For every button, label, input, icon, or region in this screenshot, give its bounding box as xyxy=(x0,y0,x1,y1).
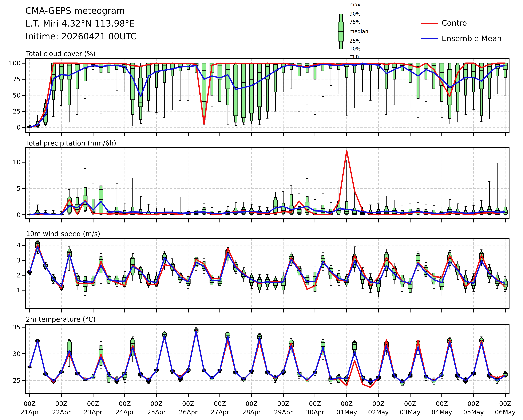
svg-text:3: 3 xyxy=(17,257,21,264)
panel-1-plot: 0510 xyxy=(13,148,509,222)
svg-text:30Apr: 30Apr xyxy=(306,409,324,416)
svg-text:50: 50 xyxy=(13,92,21,99)
svg-text:00Z: 00Z xyxy=(55,400,67,407)
svg-text:2: 2 xyxy=(17,272,21,279)
svg-text:5: 5 xyxy=(17,185,21,192)
svg-text:24Apr: 24Apr xyxy=(115,409,134,416)
svg-text:100: 100 xyxy=(9,60,21,67)
svg-text:35: 35 xyxy=(13,324,21,331)
svg-text:4: 4 xyxy=(17,242,21,249)
svg-text:10: 10 xyxy=(13,158,21,166)
svg-text:00Z: 00Z xyxy=(87,400,99,407)
x-axis-labels: 00Z21Apr00Z22Apr00Z23Apr00Z24Apr00Z25Apr… xyxy=(20,400,515,416)
svg-text:00Z: 00Z xyxy=(341,400,353,407)
svg-text:0: 0 xyxy=(17,211,21,218)
svg-text:01May: 01May xyxy=(336,409,357,416)
svg-text:00Z: 00Z xyxy=(245,400,258,407)
svg-text:25: 25 xyxy=(13,377,21,384)
svg-text:23Apr: 23Apr xyxy=(84,409,102,416)
svg-text:00Z: 00Z xyxy=(309,400,321,407)
svg-text:0: 0 xyxy=(17,124,21,131)
svg-text:75: 75 xyxy=(13,76,21,83)
svg-text:1: 1 xyxy=(17,286,21,294)
svg-text:00Z: 00Z xyxy=(214,400,226,407)
panel-0-plot: 0255075100 xyxy=(9,58,509,136)
svg-text:00Z: 00Z xyxy=(372,400,384,407)
svg-text:00Z: 00Z xyxy=(150,400,163,407)
svg-text:03May: 03May xyxy=(400,409,420,416)
svg-text:27Apr: 27Apr xyxy=(211,409,229,416)
svg-text:00Z: 00Z xyxy=(436,400,448,407)
svg-text:26Apr: 26Apr xyxy=(179,409,198,416)
svg-text:21Apr: 21Apr xyxy=(20,409,39,416)
svg-text:06May: 06May xyxy=(495,409,515,416)
svg-text:00Z: 00Z xyxy=(24,400,36,407)
svg-text:25: 25 xyxy=(13,108,21,115)
chart-canvas: 02550751000510123425303500Z21Apr00Z22Apr… xyxy=(0,0,523,420)
svg-text:30: 30 xyxy=(13,350,21,357)
panel-2-plot: 1234 xyxy=(17,238,509,312)
svg-text:00Z: 00Z xyxy=(119,400,131,407)
svg-text:29Apr: 29Apr xyxy=(274,409,293,416)
panel-1-boxplots xyxy=(28,160,507,215)
svg-text:05May: 05May xyxy=(463,409,484,416)
svg-text:25Apr: 25Apr xyxy=(147,409,166,416)
svg-text:04May: 04May xyxy=(432,409,452,416)
svg-text:00Z: 00Z xyxy=(499,400,511,407)
svg-text:00Z: 00Z xyxy=(182,400,194,407)
svg-text:02May: 02May xyxy=(368,409,389,416)
panel-3-plot: 253035 xyxy=(13,324,509,397)
svg-text:00Z: 00Z xyxy=(277,400,289,407)
svg-text:22Apr: 22Apr xyxy=(52,409,71,416)
meteogram-figure: CMA-GEPS meteogram L.T. Miri 4.32°N 113.… xyxy=(0,0,523,420)
svg-text:00Z: 00Z xyxy=(404,400,416,407)
svg-text:00Z: 00Z xyxy=(467,400,480,407)
svg-text:28Apr: 28Apr xyxy=(242,409,261,416)
